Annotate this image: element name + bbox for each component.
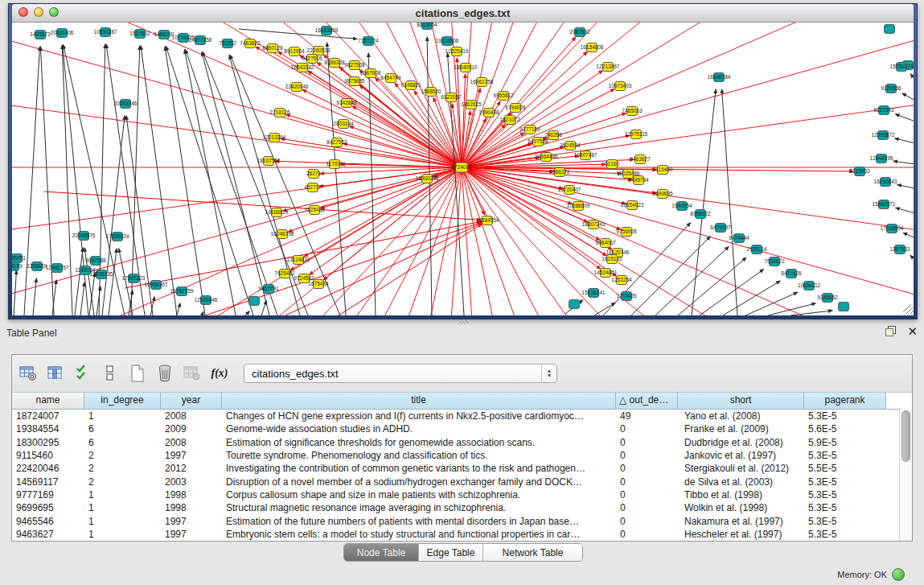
table-cell[interactable]: 2 (84, 463, 161, 474)
zoom-window-button[interactable] (49, 7, 59, 17)
table-cell[interactable]: Estimation of significance thresholds fo… (222, 437, 616, 448)
graph-node[interactable]: 10688609 (567, 202, 590, 211)
column-header[interactable]: △ out_de… (616, 393, 678, 409)
table-cell[interactable]: 5.3E-5 (804, 476, 886, 488)
graph-node[interactable]: 7525436 (304, 206, 325, 215)
table-cell[interactable]: 5.3E-5 (804, 489, 886, 501)
table-cell[interactable]: Nakamura et al. (1997) (678, 516, 804, 527)
network-window-titlebar[interactable]: citations_edges.txt (12, 4, 914, 23)
graph-node[interactable] (885, 25, 895, 34)
tab-edge-table[interactable]: Edge Table (419, 544, 483, 561)
column-header[interactable]: name (12, 393, 84, 409)
table-cell[interactable]: Hescheler et al. (1997) (678, 529, 804, 540)
table-cell[interactable]: 5.3E-5 (804, 529, 886, 540)
table-cell[interactable]: 9699695 (12, 502, 84, 513)
graph-node[interactable]: 17016504 (881, 225, 904, 233)
graph-node[interactable]: 9463627 (630, 155, 651, 164)
table-cell[interactable]: 9463627 (12, 529, 84, 540)
table-cell[interactable]: 0 (616, 437, 678, 448)
graph-node[interactable]: 17359924 (106, 233, 129, 241)
table-cell[interactable]: Disruption of a novel member of a sodium… (222, 476, 616, 488)
graph-node[interactable]: 16543382 (291, 64, 314, 72)
network-canvas[interactable]: 7463822886012889129542226053898275051654… (12, 23, 914, 315)
graph-node[interactable]: 1990448 (478, 109, 499, 117)
table-cell[interactable]: 1997 (161, 450, 222, 461)
table-cell[interactable]: 6 (84, 437, 161, 448)
table-cell[interactable]: 0 (616, 502, 678, 513)
delete-table-icon[interactable] (181, 362, 203, 385)
delete-column-icon[interactable] (154, 362, 176, 385)
table-cell[interactable]: 5.3E-5 (804, 410, 886, 422)
graph-node[interactable]: 7625402 (274, 270, 295, 278)
column-header[interactable]: title (222, 393, 616, 409)
graph-node[interactable]: 12093872 (872, 131, 895, 140)
graph-node[interactable]: 1527602 (129, 30, 150, 39)
graph-node[interactable]: 8958922 (690, 210, 711, 219)
graph-node[interactable]: 16154808 (581, 43, 604, 52)
graph-node[interactable]: 9984067 (595, 239, 616, 248)
table-row[interactable]: 1456911722003Disruption of a novel membe… (12, 475, 912, 488)
graph-node[interactable]: 16046798 (271, 230, 294, 239)
graph-node[interactable]: 9146821 (400, 81, 421, 90)
table-cell[interactable]: 2003 (161, 476, 222, 488)
table-cell[interactable]: Yano et al. (2008) (678, 410, 804, 422)
graph-node[interactable]: 20891406 (51, 29, 74, 38)
table-cell[interactable]: 5.3E-5 (804, 516, 886, 527)
graph-node[interactable]: 9777169 (519, 126, 540, 134)
table-cell[interactable]: 0 (616, 516, 678, 527)
table-cell[interactable]: 0 (616, 529, 678, 540)
graph-node[interactable]: 18807243 (582, 220, 606, 229)
graph-node[interactable]: 22260538 (307, 47, 331, 56)
graph-node[interactable]: 9827508 (344, 61, 365, 70)
graph-node[interactable]: 9115460 (653, 166, 673, 175)
table-cell[interactable]: Corpus callosum shape and size in male p… (222, 489, 616, 501)
graph-node[interactable]: 10653287 (94, 28, 117, 37)
graph-node[interactable]: 9495794 (628, 176, 649, 185)
graph-node[interactable]: 1405572 (30, 31, 51, 39)
table-cell[interactable]: Stergiakouli et al. (2012) (678, 463, 804, 474)
graph-node[interactable]: 3624534 (560, 142, 581, 150)
table-cell[interactable]: Genome-wide association studies in ADHD. (222, 423, 616, 435)
table-row[interactable]: 1938455462009Genome-wide association stu… (12, 422, 912, 435)
table-row[interactable]: 911546021997Tourette syndrome. Phenomeno… (12, 449, 912, 462)
graph-node[interactable]: 7485063 (622, 107, 643, 116)
table-cell[interactable]: Tourette syndrome. Phenomenology and cla… (222, 450, 616, 461)
minimize-window-button[interactable] (34, 7, 43, 17)
graph-node[interactable]: 10654112 (798, 282, 821, 290)
table-cell[interactable]: Franke et al. (2009) (678, 423, 804, 435)
graph-node[interactable]: 2718126 (269, 109, 290, 117)
graph-node[interactable]: 20053346 (114, 100, 138, 109)
graph-node[interactable]: 9699695 (652, 190, 673, 199)
column-header[interactable]: year (161, 393, 222, 409)
graph-node[interactable]: 18107552 (257, 157, 281, 166)
network-graph[interactable]: 7463822886012889129542226053898275051654… (12, 23, 914, 315)
graph-node[interactable]: 9827505 (302, 55, 322, 64)
table-cell[interactable]: Wolkin et al. (1998) (678, 502, 804, 513)
graph-node[interactable]: 12444195 (870, 154, 893, 163)
table-cell[interactable]: Dudbridge et al. (2008) (678, 437, 804, 448)
table-cell[interactable]: 0 (616, 450, 678, 461)
graph-node[interactable]: 7632621 (764, 257, 785, 266)
graph-node[interactable]: 9097588 (85, 257, 106, 266)
table-cell[interactable]: 0 (616, 476, 678, 488)
graph-node[interactable]: 7463822 (240, 39, 261, 48)
graph-node[interactable]: 1167533 (890, 245, 910, 254)
graph-node[interactable]: 585051 (12, 254, 26, 263)
table-cell[interactable]: 22420046 (12, 463, 84, 474)
graph-node[interactable]: 16210643 (874, 178, 897, 187)
graph-node[interactable]: 9756928 (616, 228, 637, 237)
graph-node[interactable]: 1252254 (611, 276, 632, 285)
table-row[interactable]: 946362711997Embryonic stem cells: a mode… (12, 528, 912, 541)
graph-node[interactable]: 452712 (304, 183, 322, 192)
table-cell[interactable]: de Silva et al. (2003) (678, 476, 804, 488)
vertical-scrollbar[interactable] (899, 408, 912, 541)
graph-node[interactable]: 6479197 (710, 224, 731, 233)
graph-node[interactable]: 16654923 (621, 201, 644, 210)
table-cell[interactable]: 9115460 (12, 450, 84, 461)
graph-node[interactable]: 14671358 (189, 36, 212, 45)
table-cell[interactable]: 6 (84, 423, 161, 435)
table-cell[interactable]: 5.3E-5 (804, 450, 886, 461)
table-cell[interactable]: Embryonic stem cells: a model to study s… (222, 529, 616, 540)
table-cell[interactable]: 1997 (161, 529, 222, 540)
table-cell[interactable]: 18724007 (12, 410, 84, 422)
